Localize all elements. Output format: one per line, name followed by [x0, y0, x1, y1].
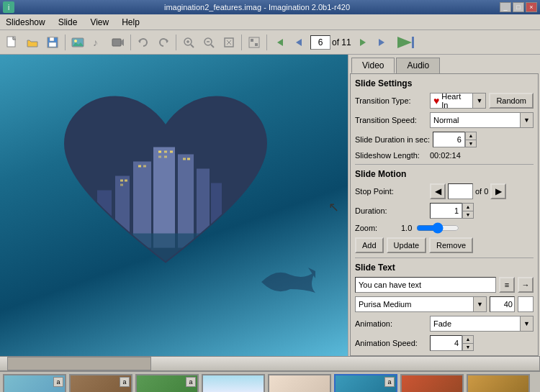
preview-button[interactable] [393, 33, 416, 52]
tab-video[interactable]: Video [351, 58, 395, 73]
filmstrip-thumb-6[interactable]: ⬇ a [334, 374, 397, 392]
save-button[interactable] [43, 33, 62, 52]
slide-duration-input[interactable] [433, 132, 465, 147]
thumb-badge-6: a [384, 377, 395, 387]
slideshow-length-label: Slideshow Length: [355, 151, 427, 160]
animation-speed-up[interactable]: ▲ [463, 336, 473, 344]
menu-slideshow[interactable]: Slideshow [3, 16, 48, 29]
remove-button[interactable]: Remove [429, 237, 473, 253]
duration-input[interactable] [430, 203, 462, 219]
menu-help[interactable]: Help [119, 16, 143, 29]
filmstrip-thumb-1[interactable]: a [3, 374, 66, 392]
transition-speed-dropdown[interactable]: ▼ [520, 113, 533, 127]
separator-5 [266, 35, 267, 50]
stop-point-next[interactable]: ▶ [490, 183, 506, 199]
import-video-button[interactable] [109, 33, 127, 52]
animation-label: Animation: [355, 319, 427, 328]
svg-marker-11 [138, 39, 140, 43]
menu-view[interactable]: View [87, 16, 112, 29]
rotate-right-button[interactable] [154, 33, 173, 52]
font-select[interactable]: Purisa Medium ▼ [355, 296, 487, 312]
snap-button[interactable] [245, 33, 264, 52]
svg-rect-49 [164, 156, 167, 158]
zoom-in-button[interactable] [179, 33, 198, 52]
duration-up[interactable]: ▲ [463, 204, 473, 211]
zoom-slider[interactable] [416, 222, 459, 234]
transition-type-dropdown[interactable]: ▼ [472, 94, 485, 108]
nav-first-button[interactable] [270, 33, 289, 52]
animation-value: Fade [431, 319, 520, 328]
separator-4 [241, 35, 242, 50]
transition-speed-value: Normal [431, 116, 520, 124]
font-color-swatch[interactable] [518, 296, 534, 312]
slide-text-input[interactable] [355, 277, 496, 293]
transition-speed-row: Transition Speed: Normal ▼ [355, 112, 534, 128]
stop-point-label: Stop Point: [355, 187, 427, 196]
import-image-button[interactable] [68, 33, 87, 52]
maximize-button[interactable]: □ [513, 2, 524, 12]
slide-duration-up[interactable]: ▲ [466, 132, 476, 140]
new-button[interactable] [3, 33, 22, 52]
random-button[interactable]: Random [489, 93, 534, 109]
stop-point-controls: ◀ of 0 ▶ [430, 183, 506, 199]
svg-line-19 [211, 45, 214, 47]
svg-marker-27 [296, 39, 302, 46]
font-size-input[interactable] [490, 296, 515, 312]
thumb-badge-2: a [120, 377, 130, 387]
animation-speed-spinner[interactable]: ▲ ▼ [430, 335, 474, 351]
duration-down[interactable]: ▼ [463, 211, 473, 219]
right-panel: Video Audio Slide Settings Transition Ty… [348, 55, 540, 356]
menu-slide[interactable]: Slide [55, 16, 81, 29]
import-music-button[interactable]: ♪ [89, 33, 107, 52]
slide-duration-down[interactable]: ▼ [466, 140, 476, 147]
text-input-row: ≡ → [355, 277, 534, 293]
slide-duration-spinner[interactable]: ▲ ▼ [433, 132, 477, 147]
svg-text:♪: ♪ [93, 37, 98, 48]
filmstrip-thumb-8[interactable] [467, 374, 530, 392]
zoom-out-button[interactable] [199, 33, 218, 52]
transition-speed-select[interactable]: Normal ▼ [430, 112, 534, 128]
filmstrip-thumb-7[interactable] [400, 374, 464, 392]
open-button[interactable] [23, 33, 42, 52]
filmstrip-thumb-3[interactable]: ⬇ a [135, 374, 199, 392]
update-button[interactable]: Update [387, 237, 426, 253]
svg-marker-10 [121, 39, 124, 46]
add-button[interactable]: Add [355, 237, 384, 253]
filmstrip-thumb-4[interactable] [202, 374, 265, 392]
nav-of-label: of 11 [332, 37, 351, 47]
font-dropdown[interactable]: ▼ [473, 297, 486, 311]
filmstrip-thumb-2[interactable]: a [69, 374, 132, 392]
tab-audio[interactable]: Audio [396, 58, 440, 73]
filmstrip-thumb-5[interactable] [268, 374, 331, 392]
animation-speed-down[interactable]: ▼ [463, 344, 473, 351]
canvas-area: ↖ [0, 55, 348, 356]
nav-current-input[interactable] [310, 35, 330, 50]
svg-rect-42 [120, 184, 123, 186]
text-arrow-button[interactable]: → [518, 277, 534, 293]
minimize-button[interactable]: _ [500, 2, 511, 12]
svg-rect-47 [170, 151, 173, 153]
animation-speed-input[interactable] [430, 335, 462, 351]
nav-prev-button[interactable] [290, 33, 309, 52]
svg-marker-30 [397, 37, 412, 48]
nav-last-button[interactable] [373, 33, 392, 52]
filmstrip-scrollbar-thumb[interactable] [7, 357, 151, 370]
animation-select[interactable]: Fade ▼ [430, 316, 534, 332]
svg-rect-46 [164, 151, 167, 153]
rotate-left-button[interactable] [134, 33, 153, 52]
filmstrip-scroll [0, 356, 540, 370]
svg-marker-12 [166, 39, 168, 43]
duration-spinner[interactable]: ▲ ▼ [430, 203, 474, 219]
transition-type-select[interactable]: ♥ Heart In ▼ [430, 93, 486, 109]
text-list-button[interactable]: ≡ [499, 277, 515, 293]
svg-rect-35 [153, 147, 175, 248]
stop-point-prev[interactable]: ◀ [430, 183, 446, 199]
svg-rect-9 [112, 39, 121, 46]
nav-next-button[interactable] [353, 33, 372, 52]
close-button[interactable]: × [526, 2, 537, 12]
animation-dropdown[interactable]: ▼ [520, 316, 533, 331]
svg-rect-5 [49, 42, 56, 47]
stop-point-row: Stop Point: ◀ of 0 ▶ [355, 183, 534, 199]
stop-point-input[interactable] [448, 183, 473, 199]
zoom-fit-button[interactable] [220, 33, 238, 52]
